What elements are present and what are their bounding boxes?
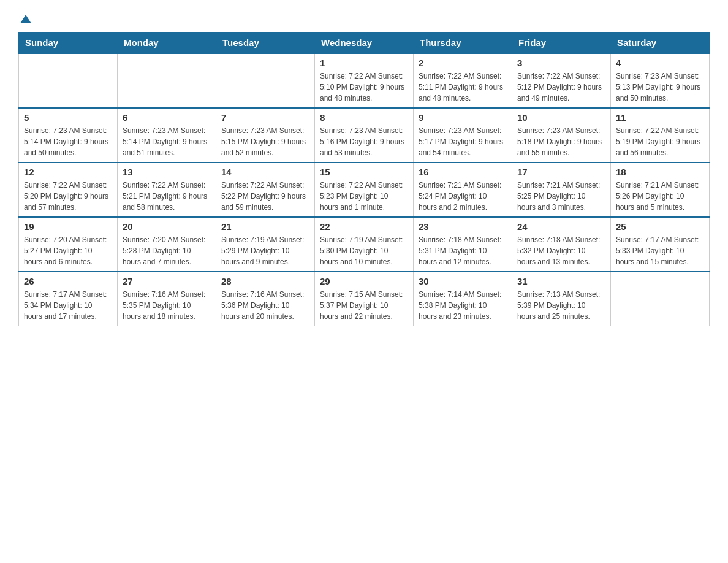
weekday-header-saturday: Saturday [611,32,710,53]
day-number: 29 [320,276,408,286]
calendar-cell: 3Sunrise: 7:22 AM Sunset: 5:12 PM Daylig… [512,53,611,108]
day-info: Sunrise: 7:22 AM Sunset: 5:12 PM Dayligh… [517,71,605,104]
day-number: 8 [320,112,408,123]
day-info: Sunrise: 7:23 AM Sunset: 5:15 PM Dayligh… [221,125,309,158]
week-row-5: 26Sunrise: 7:17 AM Sunset: 5:34 PM Dayli… [19,272,710,326]
svg-marker-0 [20,15,31,23]
calendar-cell: 24Sunrise: 7:18 AM Sunset: 5:32 PM Dayli… [512,217,611,272]
calendar-cell: 6Sunrise: 7:23 AM Sunset: 5:14 PM Daylig… [118,108,216,163]
day-number: 1 [320,58,408,68]
calendar-cell: 10Sunrise: 7:23 AM Sunset: 5:18 PM Dayli… [512,108,611,163]
calendar-cell: 23Sunrise: 7:18 AM Sunset: 5:31 PM Dayli… [414,217,512,272]
logo [18,12,31,26]
calendar-cell: 17Sunrise: 7:21 AM Sunset: 5:25 PM Dayli… [512,163,611,217]
day-number: 2 [419,58,507,68]
calendar-cell: 7Sunrise: 7:23 AM Sunset: 5:15 PM Daylig… [216,108,315,163]
weekday-header-thursday: Thursday [414,32,512,53]
calendar-cell: 5Sunrise: 7:23 AM Sunset: 5:14 PM Daylig… [19,108,118,163]
week-row-1: 1Sunrise: 7:22 AM Sunset: 5:10 PM Daylig… [19,53,710,108]
day-info: Sunrise: 7:17 AM Sunset: 5:33 PM Dayligh… [616,234,704,267]
calendar-cell: 15Sunrise: 7:22 AM Sunset: 5:23 PM Dayli… [315,163,414,217]
calendar-cell: 2Sunrise: 7:22 AM Sunset: 5:11 PM Daylig… [414,53,512,108]
day-number: 21 [221,221,309,232]
day-number: 19 [24,221,112,232]
day-info: Sunrise: 7:18 AM Sunset: 5:31 PM Dayligh… [419,234,507,267]
day-number: 16 [419,167,507,177]
calendar-cell: 20Sunrise: 7:20 AM Sunset: 5:28 PM Dayli… [118,217,216,272]
day-info: Sunrise: 7:20 AM Sunset: 5:27 PM Dayligh… [24,234,112,267]
calendar-cell: 13Sunrise: 7:22 AM Sunset: 5:21 PM Dayli… [118,163,216,217]
calendar-cell: 31Sunrise: 7:13 AM Sunset: 5:39 PM Dayli… [512,272,611,326]
day-info: Sunrise: 7:22 AM Sunset: 5:19 PM Dayligh… [616,125,704,158]
day-info: Sunrise: 7:23 AM Sunset: 5:13 PM Dayligh… [616,71,704,104]
weekday-header-friday: Friday [512,32,611,53]
day-info: Sunrise: 7:21 AM Sunset: 5:26 PM Dayligh… [616,180,704,213]
calendar-cell: 18Sunrise: 7:21 AM Sunset: 5:26 PM Dayli… [611,163,710,217]
calendar-cell: 8Sunrise: 7:23 AM Sunset: 5:16 PM Daylig… [315,108,414,163]
day-info: Sunrise: 7:21 AM Sunset: 5:24 PM Dayligh… [419,180,507,213]
day-number: 27 [123,276,211,286]
day-number: 10 [517,112,605,123]
calendar-cell: 22Sunrise: 7:19 AM Sunset: 5:30 PM Dayli… [315,217,414,272]
logo-triangle-icon [20,13,31,27]
day-info: Sunrise: 7:22 AM Sunset: 5:11 PM Dayligh… [419,71,507,104]
day-number: 25 [616,221,704,232]
calendar-cell: 27Sunrise: 7:16 AM Sunset: 5:35 PM Dayli… [118,272,216,326]
day-info: Sunrise: 7:23 AM Sunset: 5:17 PM Dayligh… [419,125,507,158]
day-info: Sunrise: 7:19 AM Sunset: 5:30 PM Dayligh… [320,234,408,267]
calendar-cell: 28Sunrise: 7:16 AM Sunset: 5:36 PM Dayli… [216,272,315,326]
calendar-cell: 29Sunrise: 7:15 AM Sunset: 5:37 PM Dayli… [315,272,414,326]
day-number: 6 [123,112,211,123]
day-number: 3 [517,58,605,68]
day-info: Sunrise: 7:22 AM Sunset: 5:10 PM Dayligh… [320,71,408,104]
week-row-2: 5Sunrise: 7:23 AM Sunset: 5:14 PM Daylig… [19,108,710,163]
day-number: 12 [24,167,112,177]
day-number: 20 [123,221,211,232]
day-number: 17 [517,167,605,177]
calendar-cell: 16Sunrise: 7:21 AM Sunset: 5:24 PM Dayli… [414,163,512,217]
day-info: Sunrise: 7:17 AM Sunset: 5:34 PM Dayligh… [24,289,112,322]
day-info: Sunrise: 7:23 AM Sunset: 5:14 PM Dayligh… [24,125,112,158]
day-info: Sunrise: 7:14 AM Sunset: 5:38 PM Dayligh… [419,289,507,322]
day-number: 18 [616,167,704,177]
day-info: Sunrise: 7:16 AM Sunset: 5:35 PM Dayligh… [123,289,211,322]
day-number: 31 [517,276,605,286]
day-info: Sunrise: 7:20 AM Sunset: 5:28 PM Dayligh… [123,234,211,267]
day-number: 14 [221,167,309,177]
day-info: Sunrise: 7:13 AM Sunset: 5:39 PM Dayligh… [517,289,605,322]
day-info: Sunrise: 7:18 AM Sunset: 5:32 PM Dayligh… [517,234,605,267]
day-info: Sunrise: 7:22 AM Sunset: 5:22 PM Dayligh… [221,180,309,213]
page-header [18,12,710,26]
calendar-cell: 1Sunrise: 7:22 AM Sunset: 5:10 PM Daylig… [315,53,414,108]
day-number: 24 [517,221,605,232]
day-number: 28 [221,276,309,286]
day-info: Sunrise: 7:23 AM Sunset: 5:18 PM Dayligh… [517,125,605,158]
weekday-header-sunday: Sunday [19,32,118,53]
calendar-cell: 9Sunrise: 7:23 AM Sunset: 5:17 PM Daylig… [414,108,512,163]
calendar-cell: 12Sunrise: 7:22 AM Sunset: 5:20 PM Dayli… [19,163,118,217]
week-row-4: 19Sunrise: 7:20 AM Sunset: 5:27 PM Dayli… [19,217,710,272]
day-number: 13 [123,167,211,177]
day-number: 9 [419,112,507,123]
day-info: Sunrise: 7:22 AM Sunset: 5:21 PM Dayligh… [123,180,211,213]
day-number: 11 [616,112,704,123]
day-info: Sunrise: 7:21 AM Sunset: 5:25 PM Dayligh… [517,180,605,213]
week-row-3: 12Sunrise: 7:22 AM Sunset: 5:20 PM Dayli… [19,163,710,217]
weekday-header-wednesday: Wednesday [315,32,414,53]
day-number: 26 [24,276,112,286]
day-number: 7 [221,112,309,123]
day-number: 5 [24,112,112,123]
day-info: Sunrise: 7:23 AM Sunset: 5:14 PM Dayligh… [123,125,211,158]
calendar-cell: 30Sunrise: 7:14 AM Sunset: 5:38 PM Dayli… [414,272,512,326]
day-info: Sunrise: 7:16 AM Sunset: 5:36 PM Dayligh… [221,289,309,322]
day-info: Sunrise: 7:22 AM Sunset: 5:20 PM Dayligh… [24,180,112,213]
calendar-cell: 14Sunrise: 7:22 AM Sunset: 5:22 PM Dayli… [216,163,315,217]
calendar-cell: 19Sunrise: 7:20 AM Sunset: 5:27 PM Dayli… [19,217,118,272]
day-number: 30 [419,276,507,286]
calendar-cell [19,53,118,108]
weekday-header-tuesday: Tuesday [216,32,315,53]
calendar-cell: 11Sunrise: 7:22 AM Sunset: 5:19 PM Dayli… [611,108,710,163]
day-info: Sunrise: 7:19 AM Sunset: 5:29 PM Dayligh… [221,234,309,267]
calendar-table: SundayMondayTuesdayWednesdayThursdayFrid… [18,32,710,326]
day-number: 22 [320,221,408,232]
